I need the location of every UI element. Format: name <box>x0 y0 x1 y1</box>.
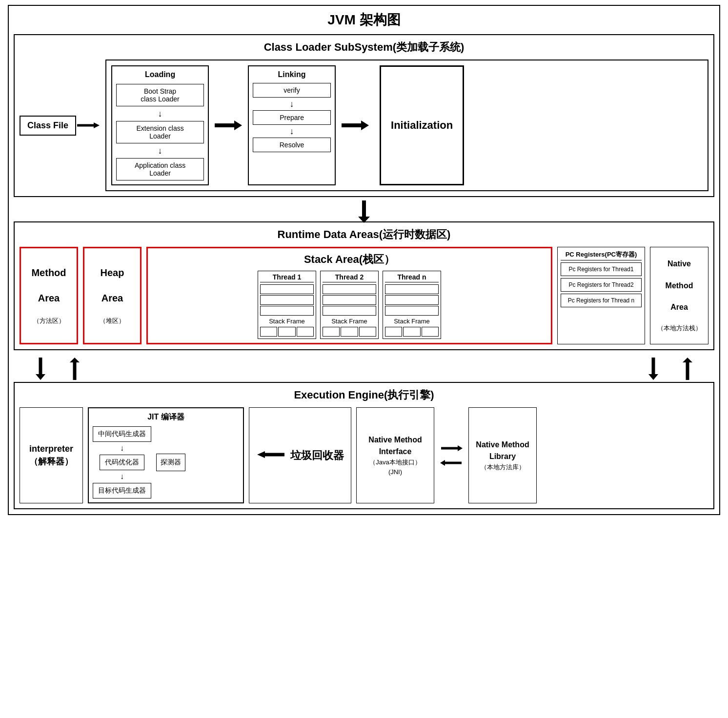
loading-to-linking-arrow <box>209 65 248 185</box>
thread-2-header: Thread 2 <box>323 273 376 282</box>
native-interface-line1: Native Method <box>368 434 422 446</box>
linking-arrow1: ↓ <box>253 100 331 108</box>
gc-text: 垃圾回收器 <box>290 448 344 463</box>
classloader-to-runtime-arrow <box>14 202 714 221</box>
stack-threads: Thread 1 Stack Frame Thread 2 <box>152 271 547 339</box>
method-area-line1: Method <box>31 266 66 279</box>
native-bidirectional-arrows <box>439 407 464 503</box>
jit-arrow2: ↓ <box>120 472 124 481</box>
thread-1-header: Thread 1 <box>260 273 314 282</box>
heap-area-box: Heap Area （堆区） <box>83 247 142 344</box>
thread-n-cell2 <box>403 327 420 337</box>
thread-1-cell3 <box>297 327 314 337</box>
thread-n-bottom-rows <box>385 327 439 337</box>
thread-1-row1 <box>260 284 314 294</box>
method-area-box: Method Area （方法区） <box>20 247 78 344</box>
thread-n-header: Thread n <box>385 273 439 282</box>
interpreter-line2: （解释器） <box>29 456 73 468</box>
native-method-area-line4: （本地方法栈） <box>657 324 702 333</box>
native-library-line2: Library <box>489 451 516 462</box>
thread-2-bottom-rows <box>323 327 376 337</box>
stack-area-box: Stack Area(栈区） Thread 1 Stack Frame <box>146 247 552 344</box>
page-title: JVM 架构图 <box>14 11 714 29</box>
thread-2-cell3 <box>359 327 376 337</box>
jit-title: JIT 编译器 <box>93 412 239 422</box>
native-library-line3: （本地方法库） <box>481 462 525 472</box>
classfile-arrow <box>76 120 101 130</box>
svg-marker-5 <box>361 120 369 130</box>
pc-registers-title: PC Registers(PC寄存器) <box>561 250 642 260</box>
svg-marker-15 <box>683 358 692 362</box>
thread-2-row2 <box>323 295 376 305</box>
execution-title: Execution Engine(执行引擎) <box>20 388 708 402</box>
native-up-arrow <box>680 357 695 381</box>
native-method-area-line2: Method <box>666 280 693 291</box>
thread-2-row3 <box>323 306 376 316</box>
thread-1-row3 <box>260 306 314 316</box>
garbage-collector-label <box>256 449 285 462</box>
svg-marker-13 <box>648 374 658 380</box>
runtime-section: Runtime Data Areas(运行时数据区) Method Area （… <box>14 221 714 350</box>
native-interface-line4: (JNI) <box>388 467 402 477</box>
thread-1-frame-label: Stack Frame <box>260 318 314 325</box>
bootstrap-loader: Boot Strapclass Loader <box>116 84 204 106</box>
pc-item-thread1: Pc Registers for Thread1 <box>561 262 642 276</box>
svg-marker-3 <box>234 120 242 130</box>
thread-1-cell1 <box>260 327 277 337</box>
heap-area-line1: Heap <box>101 266 124 279</box>
thread-1-column: Thread 1 Stack Frame <box>258 271 316 339</box>
native-library-box: Native Method Library （本地方法库） <box>468 407 537 503</box>
svg-marker-1 <box>94 122 100 128</box>
thread-n-row3 <box>385 306 439 316</box>
tansuo-box: 探测器 <box>156 454 185 471</box>
thread-n-row2 <box>385 295 439 305</box>
classloader-title: Class Loader SubSystem(类加载子系统) <box>20 40 708 55</box>
pc-item-threadn: Pc Registers for Thread n <box>561 294 642 307</box>
classfile-area: Class File <box>20 116 101 136</box>
initialization-box: Initialization <box>380 65 464 185</box>
svg-marker-9 <box>36 374 45 380</box>
thread-1-cell2 <box>278 327 295 337</box>
linking-to-init-arrow <box>336 65 375 185</box>
jit-arrow1: ↓ <box>120 444 124 453</box>
loading-title: Loading <box>116 70 204 79</box>
thread-n-column: Thread n Stack Frame <box>383 271 441 339</box>
jit-item-3: 目标代码生成器 <box>93 483 151 499</box>
main-container: JVM 架构图 Class Loader SubSystem(类加载子系统) C… <box>8 5 720 515</box>
thread-1-bottom-rows <box>260 327 314 337</box>
loading-arrow2: ↓ <box>116 146 204 155</box>
thread-2-cell1 <box>323 327 340 337</box>
loading-linking-area: Loading Boot Strapclass Loader ↓ Extensi… <box>105 60 708 191</box>
thread-2-column: Thread 2 Stack Frame <box>320 271 379 339</box>
pc-item-thread2: Pc Registers for Thread2 <box>561 278 642 292</box>
native-library-line1: Native Method <box>476 439 529 451</box>
execution-section: Execution Engine(执行引擎) interpreter （解释器）… <box>14 382 714 509</box>
runtime-inner: Method Area （方法区） Heap Area （堆区） Stack A… <box>20 247 708 344</box>
interpreter-box: interpreter （解释器） <box>20 407 83 503</box>
method-area-line3: （方法区） <box>33 317 65 325</box>
classloader-inner: Class File Loading Boot Strapclass Loade… <box>20 60 708 191</box>
native-interface-line3: （Java本地接口） <box>369 458 421 467</box>
thread-n-frame-label: Stack Frame <box>385 318 439 325</box>
interpreter-line1: interpreter <box>29 443 73 455</box>
application-loader: Application classLoader <box>116 158 204 180</box>
svg-marker-21 <box>440 460 445 466</box>
execution-inner: interpreter （解释器） JIT 编译器 中间代码生成器 ↓ 代码优化… <box>20 407 708 503</box>
middle-arrows-section <box>14 355 714 382</box>
method-area-line2: Area <box>38 292 60 304</box>
heap-up-arrow <box>67 357 82 381</box>
runtime-title: Runtime Data Areas(运行时数据区) <box>20 227 708 242</box>
pc-registers-box: PC Registers(PC寄存器) Pc Registers for Thr… <box>557 247 645 344</box>
jit-item-1: 中间代码生成器 <box>93 426 151 442</box>
thread-2-cell2 <box>341 327 358 337</box>
jit-inner: 中间代码生成器 ↓ 代码优化器 ↓ 目标代码生成器 探测器 <box>93 426 239 499</box>
svg-marker-11 <box>70 358 80 362</box>
thread-2-frame-label: Stack Frame <box>323 318 376 325</box>
heap-area-line3: （堆区） <box>100 317 125 325</box>
jit-flow: 中间代码生成器 ↓ 代码优化器 ↓ 目标代码生成器 <box>93 426 151 499</box>
thread-2-row1 <box>323 284 376 294</box>
thread-n-cell1 <box>385 327 402 337</box>
svg-marker-19 <box>458 445 463 451</box>
native-arrows <box>646 357 695 381</box>
svg-marker-17 <box>257 451 265 458</box>
